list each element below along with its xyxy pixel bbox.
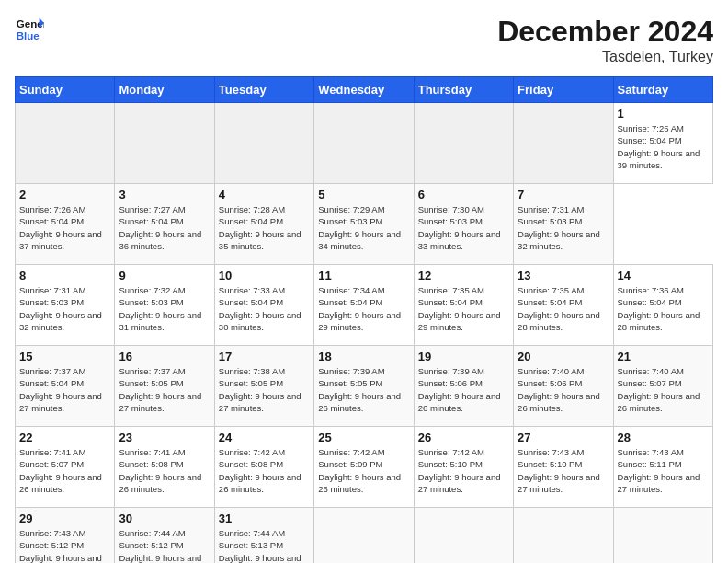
- calendar-header: SundayMondayTuesdayWednesdayThursdayFrid…: [16, 77, 713, 103]
- day-number: 1: [618, 107, 709, 121]
- day-header-thursday: Thursday: [414, 77, 513, 103]
- day-info: Sunrise: 7:35 AMSunset: 5:04 PMDaylight:…: [418, 284, 509, 333]
- logo-icon: General Blue: [15, 15, 44, 44]
- day-info: Sunrise: 7:31 AMSunset: 5:03 PMDaylight:…: [518, 203, 609, 252]
- day-cell-25: 25Sunrise: 7:42 AMSunset: 5:09 PMDayligh…: [314, 427, 414, 508]
- day-info: Sunrise: 7:37 AMSunset: 5:05 PMDaylight:…: [119, 365, 210, 414]
- day-info: Sunrise: 7:28 AMSunset: 5:04 PMDaylight:…: [219, 203, 310, 252]
- day-number: 13: [518, 269, 609, 282]
- empty-cell: [214, 103, 313, 184]
- day-header-friday: Friday: [514, 77, 613, 103]
- day-number: 8: [19, 269, 110, 282]
- day-number: 27: [518, 431, 609, 444]
- day-number: 18: [318, 350, 409, 363]
- day-number: 24: [219, 431, 310, 444]
- day-cell-17: 17Sunrise: 7:38 AMSunset: 5:05 PMDayligh…: [214, 346, 313, 427]
- day-number: 16: [119, 350, 210, 363]
- day-cell-15: 15Sunrise: 7:37 AMSunset: 5:04 PMDayligh…: [16, 346, 115, 427]
- logo: General Blue: [15, 15, 44, 44]
- day-number: 2: [19, 188, 110, 201]
- day-header-saturday: Saturday: [613, 77, 712, 103]
- day-info: Sunrise: 7:41 AMSunset: 5:07 PMDaylight:…: [19, 446, 110, 495]
- day-info: Sunrise: 7:44 AMSunset: 5:12 PMDaylight:…: [119, 527, 210, 563]
- day-cell-24: 24Sunrise: 7:42 AMSunset: 5:08 PMDayligh…: [214, 427, 313, 508]
- empty-cell: [314, 103, 414, 184]
- title-area: December 2024 Tasdelen, Turkey: [497, 15, 713, 65]
- day-number: 26: [418, 431, 509, 444]
- calendar-week-2: 8Sunrise: 7:31 AMSunset: 5:03 PMDaylight…: [16, 265, 713, 346]
- day-cell-27: 27Sunrise: 7:43 AMSunset: 5:10 PMDayligh…: [514, 427, 613, 508]
- day-info: Sunrise: 7:34 AMSunset: 5:04 PMDaylight:…: [318, 284, 409, 333]
- day-number: 25: [318, 431, 409, 444]
- day-cell-16: 16Sunrise: 7:37 AMSunset: 5:05 PMDayligh…: [115, 346, 214, 427]
- day-number: 20: [518, 350, 609, 363]
- day-number: 14: [618, 269, 709, 282]
- day-number: 15: [19, 350, 110, 363]
- day-info: Sunrise: 7:29 AMSunset: 5:03 PMDaylight:…: [318, 203, 409, 252]
- day-info: Sunrise: 7:40 AMSunset: 5:06 PMDaylight:…: [518, 365, 609, 414]
- day-info: Sunrise: 7:32 AMSunset: 5:03 PMDaylight:…: [119, 284, 210, 333]
- day-number: 9: [119, 269, 210, 282]
- day-cell-29: 29Sunrise: 7:43 AMSunset: 5:12 PMDayligh…: [16, 508, 115, 564]
- empty-cell: [514, 508, 613, 564]
- day-cell-14: 14Sunrise: 7:36 AMSunset: 5:04 PMDayligh…: [613, 265, 712, 346]
- calendar-body: 1Sunrise: 7:25 AMSunset: 5:04 PMDaylight…: [16, 103, 713, 564]
- day-number: 4: [219, 188, 310, 201]
- empty-cell: [314, 508, 414, 564]
- day-info: Sunrise: 7:26 AMSunset: 5:04 PMDaylight:…: [19, 203, 110, 252]
- day-info: Sunrise: 7:41 AMSunset: 5:08 PMDaylight:…: [119, 446, 210, 495]
- day-cell-10: 10Sunrise: 7:33 AMSunset: 5:04 PMDayligh…: [214, 265, 313, 346]
- day-header-tuesday: Tuesday: [214, 77, 313, 103]
- day-number: 11: [318, 269, 409, 282]
- day-info: Sunrise: 7:33 AMSunset: 5:04 PMDaylight:…: [219, 284, 310, 333]
- day-cell-18: 18Sunrise: 7:39 AMSunset: 5:05 PMDayligh…: [314, 346, 414, 427]
- day-cell-23: 23Sunrise: 7:41 AMSunset: 5:08 PMDayligh…: [115, 427, 214, 508]
- empty-cell: [613, 508, 712, 564]
- day-info: Sunrise: 7:38 AMSunset: 5:05 PMDaylight:…: [219, 365, 310, 414]
- calendar-week-0: 1Sunrise: 7:25 AMSunset: 5:04 PMDaylight…: [16, 103, 713, 184]
- day-number: 31: [219, 511, 310, 525]
- day-info: Sunrise: 7:27 AMSunset: 5:04 PMDaylight:…: [119, 203, 210, 252]
- day-number: 17: [219, 350, 310, 363]
- day-info: Sunrise: 7:42 AMSunset: 5:08 PMDaylight:…: [219, 446, 310, 495]
- day-number: 12: [418, 269, 509, 282]
- day-number: 19: [418, 350, 509, 363]
- day-info: Sunrise: 7:43 AMSunset: 5:10 PMDaylight:…: [518, 446, 609, 495]
- day-cell-26: 26Sunrise: 7:42 AMSunset: 5:10 PMDayligh…: [414, 427, 513, 508]
- day-cell-19: 19Sunrise: 7:39 AMSunset: 5:06 PMDayligh…: [414, 346, 513, 427]
- day-info: Sunrise: 7:30 AMSunset: 5:03 PMDaylight:…: [418, 203, 509, 252]
- day-cell-2: 2Sunrise: 7:26 AMSunset: 5:04 PMDaylight…: [16, 184, 115, 265]
- day-header-monday: Monday: [115, 77, 214, 103]
- day-cell-6: 6Sunrise: 7:30 AMSunset: 5:03 PMDaylight…: [414, 184, 513, 265]
- empty-cell: [514, 103, 613, 184]
- day-cell-28: 28Sunrise: 7:43 AMSunset: 5:11 PMDayligh…: [613, 427, 712, 508]
- day-cell-30: 30Sunrise: 7:44 AMSunset: 5:12 PMDayligh…: [115, 508, 214, 564]
- empty-cell: [414, 103, 513, 184]
- month-year: December 2024: [497, 15, 713, 49]
- day-header-sunday: Sunday: [16, 77, 115, 103]
- day-info: Sunrise: 7:37 AMSunset: 5:04 PMDaylight:…: [19, 365, 110, 414]
- calendar-table: SundayMondayTuesdayWednesdayThursdayFrid…: [15, 76, 713, 563]
- day-cell-20: 20Sunrise: 7:40 AMSunset: 5:06 PMDayligh…: [514, 346, 613, 427]
- day-cell-13: 13Sunrise: 7:35 AMSunset: 5:04 PMDayligh…: [514, 265, 613, 346]
- day-number: 7: [518, 188, 609, 201]
- day-info: Sunrise: 7:36 AMSunset: 5:04 PMDaylight:…: [618, 284, 709, 333]
- calendar-week-5: 29Sunrise: 7:43 AMSunset: 5:12 PMDayligh…: [16, 508, 713, 564]
- day-number: 21: [618, 350, 709, 363]
- svg-text:Blue: Blue: [17, 30, 40, 41]
- day-cell-1: 1Sunrise: 7:25 AMSunset: 5:04 PMDaylight…: [613, 103, 712, 184]
- day-cell-9: 9Sunrise: 7:32 AMSunset: 5:03 PMDaylight…: [115, 265, 214, 346]
- location: Tasdelen, Turkey: [497, 49, 713, 65]
- calendar-week-4: 22Sunrise: 7:41 AMSunset: 5:07 PMDayligh…: [16, 427, 713, 508]
- day-number: 23: [119, 431, 210, 444]
- day-cell-22: 22Sunrise: 7:41 AMSunset: 5:07 PMDayligh…: [16, 427, 115, 508]
- day-cell-3: 3Sunrise: 7:27 AMSunset: 5:04 PMDaylight…: [115, 184, 214, 265]
- page-header: General Blue December 2024 Tasdelen, Tur…: [15, 15, 713, 65]
- day-info: Sunrise: 7:44 AMSunset: 5:13 PMDaylight:…: [219, 527, 310, 563]
- day-number: 22: [19, 431, 110, 444]
- day-info: Sunrise: 7:42 AMSunset: 5:10 PMDaylight:…: [418, 446, 509, 495]
- empty-cell: [115, 103, 214, 184]
- day-cell-7: 7Sunrise: 7:31 AMSunset: 5:03 PMDaylight…: [514, 184, 613, 265]
- day-cell-21: 21Sunrise: 7:40 AMSunset: 5:07 PMDayligh…: [613, 346, 712, 427]
- day-cell-8: 8Sunrise: 7:31 AMSunset: 5:03 PMDaylight…: [16, 265, 115, 346]
